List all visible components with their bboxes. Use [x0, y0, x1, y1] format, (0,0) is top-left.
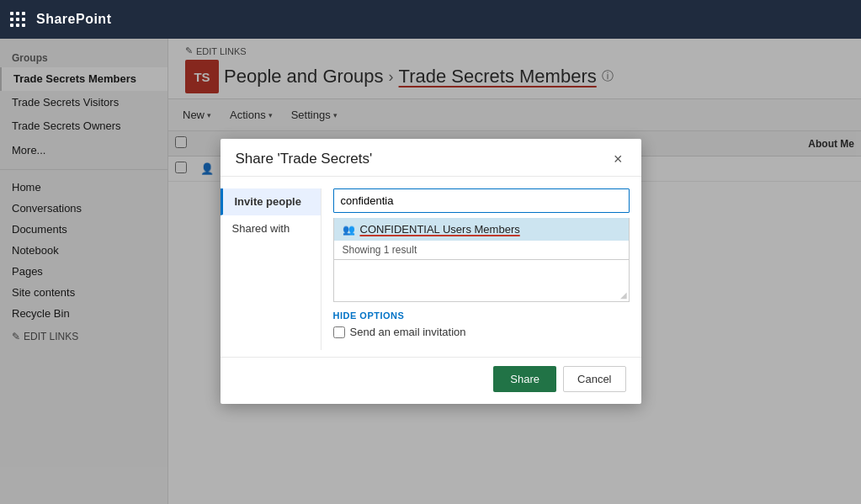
close-button[interactable]: × — [610, 151, 626, 167]
modal-title: Share 'Trade Secrets' — [236, 151, 373, 167]
modal-overlay: Share 'Trade Secrets' × Invite people Sh… — [0, 39, 861, 504]
results-count: Showing 1 result — [334, 241, 629, 259]
message-textarea-area: ◢ — [333, 260, 630, 302]
search-wrapper — [333, 188, 630, 213]
resize-handle-icon: ◢ — [620, 290, 627, 300]
app-launcher-icon[interactable] — [10, 12, 26, 28]
share-button[interactable]: Share — [493, 366, 556, 392]
result-label: CONFIDENTIAL Users Members — [360, 223, 520, 236]
search-results-dropdown: 👥 CONFIDENTIAL Users Members Showing 1 r… — [333, 218, 630, 260]
modal-header: Share 'Trade Secrets' × — [221, 139, 641, 177]
hide-options-button[interactable]: HIDE OPTIONS — [333, 310, 630, 321]
share-modal: Share 'Trade Secrets' × Invite people Sh… — [221, 139, 641, 404]
email-invitation-checkbox[interactable] — [333, 326, 345, 338]
invite-search-input[interactable] — [333, 188, 630, 213]
top-navbar: SharePoint — [0, 0, 861, 39]
tab-invite-people[interactable]: Invite people — [221, 188, 321, 215]
sharepoint-logo: SharePoint — [36, 12, 111, 27]
modal-content: 👥 CONFIDENTIAL Users Members Showing 1 r… — [322, 188, 641, 350]
user-result-icon: 👥 — [343, 224, 355, 236]
email-invitation-label: Send an email invitation — [350, 326, 466, 338]
modal-footer: Share Cancel — [221, 357, 641, 404]
modal-tabs: Invite people Shared with — [221, 188, 322, 350]
email-invitation-row: Send an email invitation — [333, 326, 630, 338]
cancel-button[interactable]: Cancel — [563, 366, 625, 392]
modal-body: Invite people Shared with 👥 CONFIDENTIAL… — [221, 177, 641, 350]
dropdown-result-item[interactable]: 👥 CONFIDENTIAL Users Members — [334, 218, 629, 241]
tab-shared-with[interactable]: Shared with — [221, 215, 321, 242]
